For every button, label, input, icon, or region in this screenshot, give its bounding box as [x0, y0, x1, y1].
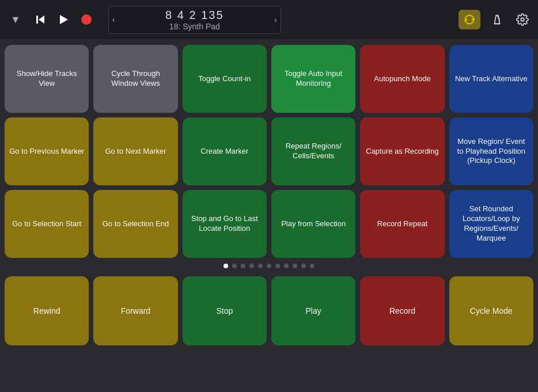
go-to-next-marker[interactable]: Go to Next Marker — [93, 117, 177, 185]
capture-as-recording[interactable]: Capture as Recording — [360, 117, 444, 185]
record-icon — [79, 13, 93, 26]
play-btn[interactable]: Play — [271, 276, 355, 345]
metronome-icon — [491, 13, 503, 26]
pagination-dot-4[interactable] — [258, 264, 263, 268]
settings-icon-button[interactable] — [514, 11, 531, 28]
bottom-bar: RewindForwardStopPlayRecordCycle Mode — [0, 276, 538, 351]
svg-point-7 — [521, 18, 524, 21]
pagination-dot-1[interactable] — [232, 264, 237, 268]
pagination — [5, 258, 533, 273]
position-bottom: 18: Synth Pad — [169, 22, 220, 31]
skip-back-button[interactable] — [30, 9, 51, 30]
pagination-dot-7[interactable] — [284, 264, 289, 268]
play-button[interactable] — [53, 9, 74, 30]
go-to-selection-start[interactable]: Go to Selection Start — [5, 190, 89, 258]
pagination-dot-5[interactable] — [267, 264, 271, 268]
repeat-regions-cells-events[interactable]: Repeat Regions/ Cells/Events — [271, 117, 355, 185]
record-repeat[interactable]: Record Repeat — [360, 190, 444, 258]
move-region-event-to-playhead[interactable]: Move Region/ Event to Playhead Position … — [449, 117, 533, 185]
button-grid: Show/Hide Tracks ViewCycle Through Windo… — [5, 45, 533, 258]
autopunch-mode[interactable]: Autopunch Mode — [360, 45, 444, 113]
pagination-dot-9[interactable] — [301, 264, 306, 268]
cycle-mode-btn[interactable]: Cycle Mode — [449, 276, 533, 345]
toggle-count-in[interactable]: Toggle Count-in — [183, 45, 267, 113]
cycle-through-window-views[interactable]: Cycle Through Window Views — [93, 45, 177, 113]
play-icon — [56, 13, 70, 26]
play-from-selection[interactable]: Play from Selection — [271, 190, 355, 258]
pagination-dot-2[interactable] — [241, 264, 245, 268]
svg-rect-0 — [36, 16, 38, 24]
forward-btn[interactable]: Forward — [93, 276, 177, 345]
set-rounded-locators[interactable]: Set Rounded Locators/Loop by Regions/Eve… — [449, 190, 533, 258]
stop-btn[interactable]: Stop — [183, 276, 267, 345]
pagination-dot-10[interactable] — [310, 264, 315, 268]
cycle-icon-button[interactable] — [459, 10, 480, 29]
stop-and-go-to-last-locate[interactable]: Stop and Go to Last Locate Position — [183, 190, 267, 258]
toggle-auto-input-monitoring[interactable]: Toggle Auto Input Monitoring — [271, 45, 355, 113]
new-track-alternative[interactable]: New Track Alternative — [449, 45, 533, 113]
right-icons — [459, 10, 531, 29]
dropdown-arrow-icon: ▼ — [10, 14, 21, 26]
pos-chevron-left[interactable]: ‹ — [112, 15, 115, 24]
pagination-dot-0[interactable] — [223, 264, 228, 268]
go-to-previous-marker[interactable]: Go to Previous Marker — [5, 117, 89, 185]
cycle-icon — [463, 13, 476, 26]
dropdown-arrow-btn[interactable]: ▼ — [7, 10, 24, 29]
rewind-btn[interactable]: Rewind — [5, 276, 89, 345]
svg-marker-1 — [39, 16, 44, 24]
show-hide-tracks-view[interactable]: Show/Hide Tracks View — [5, 45, 89, 113]
top-bar: ▼ ‹ 8 4 2 135 18: Synth Pad › — [0, 0, 538, 39]
create-marker[interactable]: Create Marker — [183, 117, 267, 185]
pos-chevron-right[interactable]: › — [274, 15, 277, 24]
skip-back-icon — [33, 13, 47, 26]
pagination-dot-6[interactable] — [275, 264, 280, 268]
record-btn[interactable]: Record — [360, 276, 444, 345]
go-to-selection-end[interactable]: Go to Selection End — [93, 190, 177, 258]
position-top: 8 4 2 135 — [165, 9, 223, 22]
metronome-icon-button[interactable] — [488, 11, 506, 28]
svg-point-3 — [81, 14, 92, 25]
pagination-dot-8[interactable] — [293, 264, 297, 268]
settings-icon — [516, 13, 529, 26]
pagination-dot-3[interactable] — [249, 264, 254, 268]
position-display: ‹ 8 4 2 135 18: Synth Pad › — [108, 6, 281, 34]
main-area: Show/Hide Tracks ViewCycle Through Windo… — [0, 39, 538, 276]
record-button-top[interactable] — [76, 9, 97, 30]
svg-marker-2 — [60, 15, 68, 24]
